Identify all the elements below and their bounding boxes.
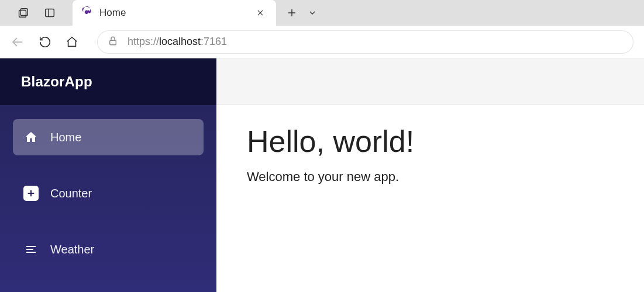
new-tab-button[interactable] [287,8,297,18]
svg-rect-0 [19,10,26,17]
home-icon [23,130,39,145]
lock-icon [108,36,118,48]
app-sidebar: BlazorApp Home Counter Weather [0,58,216,292]
page-viewport: BlazorApp Home Counter Weather [0,58,644,292]
url-host: localhost [159,36,201,47]
content-topbar [216,58,644,105]
svg-rect-9 [110,40,116,45]
svg-rect-2 [46,9,54,17]
browser-tab-active[interactable]: Home [73,0,276,26]
sidebar-item-counter[interactable]: Counter [13,175,204,211]
back-button[interactable] [11,35,25,49]
content-area: Hello, world! Welcome to your new app. [216,58,644,292]
sidebar-nav: Home Counter Weather [0,105,216,281]
address-bar[interactable]: https://localhost:7161 [97,30,633,54]
sidebar-item-home[interactable]: Home [13,119,204,155]
brand-text: BlazorApp [21,74,92,90]
url-text: https://localhost:7161 [128,36,227,48]
refresh-button[interactable] [39,36,51,48]
sidebar-item-label: Weather [50,243,94,256]
browser-titlebar: Home [0,0,644,26]
close-icon[interactable] [254,6,267,19]
sidebar-item-weather[interactable]: Weather [13,231,204,267]
page-heading: Hello, world! [247,124,614,159]
sidebar-item-label: Home [50,131,81,144]
vertical-tabs-icon[interactable] [43,6,56,19]
browser-toolbar: https://localhost:7161 [0,26,644,58]
svg-rect-1 [20,9,27,16]
list-icon [23,242,39,257]
chevron-down-icon[interactable] [308,8,317,18]
url-scheme: https:// [128,36,159,47]
plus-icon [23,186,39,201]
blazor-icon [81,6,92,20]
sidebar-item-label: Counter [50,187,92,200]
tab-actions-icon[interactable] [16,6,29,19]
app-brand[interactable]: BlazorApp [0,58,216,105]
url-port: :7161 [201,36,227,47]
page-subtext: Welcome to your new app. [247,169,614,185]
home-button[interactable] [66,36,78,48]
tab-title: Home [99,7,247,19]
